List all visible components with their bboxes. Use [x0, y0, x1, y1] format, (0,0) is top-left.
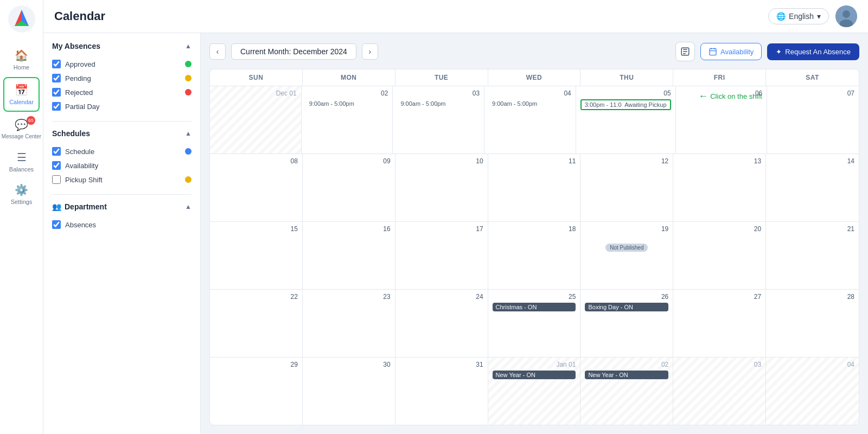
balances-icon: ☰ — [17, 151, 27, 164]
rejected-dot — [185, 89, 192, 95]
partial-day-checkbox[interactable] — [52, 102, 61, 111]
day-dec23[interactable]: 23 — [303, 290, 395, 357]
day-dec28[interactable]: 28 — [766, 290, 859, 357]
day-dec29[interactable]: 29 — [210, 358, 303, 425]
day-header-thu: THU — [580, 69, 673, 86]
day-dec12[interactable]: 12 — [580, 154, 673, 221]
day-dec04[interactable]: 04 9:00am - 5:00pm — [484, 86, 576, 154]
day-dec11[interactable]: 11 — [488, 154, 581, 221]
day-dec05[interactable]: 05 3:00pm - 11:0 Awaiting Pickup ← Click… — [576, 86, 676, 154]
day-num: 04 — [489, 90, 571, 97]
day-dec02[interactable]: 02 9:00am - 5:00pm — [302, 86, 393, 154]
prev-month-button[interactable]: ‹ — [209, 43, 226, 60]
shift-event[interactable]: 9:00am - 5:00pm — [397, 99, 480, 108]
day-dec31[interactable]: 31 — [395, 358, 488, 425]
dept-absences-checkbox[interactable] — [52, 220, 61, 229]
rejected-checkbox[interactable] — [52, 88, 61, 97]
schedules-list: Schedule Availability Pickup Shift — [52, 144, 192, 187]
day-dec19[interactable]: 19 Not Published — [580, 222, 673, 289]
new-year-jan01-event: New Year - ON — [493, 371, 576, 379]
plus-icon: ✦ — [776, 48, 782, 56]
sidebar-item-settings[interactable]: ⚙️ Settings — [0, 178, 43, 210]
sidebar-item-calendar[interactable]: 📅 Calendar — [3, 77, 40, 112]
svg-rect-8 — [710, 49, 716, 55]
sidebar-item-home[interactable]: 🏠 Home — [0, 43, 43, 76]
home-icon: 🏠 — [15, 49, 28, 62]
department-header: 👥 Department ▲ — [52, 202, 192, 211]
department-toggle[interactable]: ▲ — [185, 203, 192, 210]
request-absence-button[interactable]: ✦ Request An Absence — [767, 43, 859, 60]
sidebar-item-label: Home — [14, 64, 29, 71]
calendar-actions: Availability ✦ Request An Absence — [675, 42, 859, 61]
availability-label: Availability — [720, 48, 754, 56]
schedule-checkbox[interactable] — [52, 147, 61, 156]
day-num: Dec 01 — [214, 90, 297, 97]
my-absences-title: My Absences — [52, 42, 100, 50]
day-num: 07 — [771, 90, 854, 97]
language-selector[interactable]: 🌐 English ▾ — [768, 8, 829, 24]
language-label: English — [789, 12, 814, 21]
day-jan03[interactable]: 03 — [673, 358, 766, 425]
next-month-button[interactable]: › — [362, 43, 378, 60]
filter-pending: Pending — [52, 71, 192, 85]
availability-button[interactable]: Availability — [700, 43, 762, 60]
department-title: 👥 Department — [52, 202, 107, 211]
logo — [8, 5, 35, 43]
current-month-button[interactable]: Current Month: December 2024 — [231, 43, 356, 60]
day-dec30[interactable]: 30 — [303, 358, 395, 425]
schedules-header: Schedules ▲ — [52, 129, 192, 138]
pending-checkbox[interactable] — [52, 74, 61, 82]
filter-rejected: Rejected — [52, 85, 192, 99]
day-dec13[interactable]: 13 — [673, 154, 766, 221]
approved-dot — [185, 61, 192, 67]
christmas-holiday-event: Christmas - ON — [493, 303, 576, 311]
day-dec16[interactable]: 16 — [303, 222, 395, 289]
day-dec18[interactable]: 18 — [488, 222, 581, 289]
user-avatar[interactable] — [835, 5, 857, 27]
day-dec17[interactable]: 17 — [395, 222, 488, 289]
schedules-toggle[interactable]: ▲ — [185, 130, 192, 137]
pickup-shift-checkbox[interactable] — [52, 175, 61, 184]
day-dec26[interactable]: 26 Boxing Day - ON — [580, 290, 673, 357]
day-dec24[interactable]: 24 — [395, 290, 488, 357]
my-absences-toggle[interactable]: ▲ — [185, 42, 192, 50]
calendar-icon: 📅 — [15, 84, 28, 97]
sidebar-item-label: Message Center — [2, 133, 41, 140]
day-dec15[interactable]: 15 — [210, 222, 303, 289]
day-dec03[interactable]: 03 9:00am - 5:00pm — [393, 86, 484, 154]
filter-partial-day: Partial Day — [52, 99, 192, 113]
day-num: 02 — [306, 90, 388, 97]
day-dec06[interactable]: 06 — [676, 86, 768, 154]
day-dec08[interactable]: 08 — [210, 154, 303, 221]
week-row-1: Dec 01 02 9:00am - 5:00pm 03 9:00am - 5:… — [210, 86, 859, 154]
sidebar-item-messages[interactable]: 65 💬 Message Center — [0, 113, 43, 145]
awaiting-pickup-event[interactable]: 3:00pm - 11:0 Awaiting Pickup — [580, 99, 671, 110]
availability-checkbox[interactable] — [52, 161, 61, 170]
sidebar-item-label: Balances — [9, 166, 34, 173]
export-button[interactable] — [675, 42, 695, 61]
day-dec22[interactable]: 22 — [210, 290, 303, 357]
day-dec14[interactable]: 14 — [766, 154, 859, 221]
day-jan01[interactable]: Jan 01 New Year - ON — [488, 358, 581, 425]
day-dec01[interactable]: Dec 01 — [210, 86, 302, 154]
day-dec09[interactable]: 09 — [303, 154, 395, 221]
shift-event[interactable]: 9:00am - 5:00pm — [489, 99, 571, 108]
shift-event[interactable]: 9:00am - 5:00pm — [306, 99, 388, 108]
day-jan02[interactable]: 02 New Year - ON — [580, 358, 673, 425]
day-dec27[interactable]: 27 — [673, 290, 766, 357]
schedule-label: Schedule — [65, 148, 94, 156]
day-header-sun: SUN — [210, 69, 303, 86]
day-dec20[interactable]: 20 — [673, 222, 766, 289]
divider-2 — [52, 194, 192, 195]
day-dec10[interactable]: 10 — [395, 154, 488, 221]
sidebar-item-balances[interactable]: ☰ Balances — [0, 145, 43, 178]
day-dec21[interactable]: 21 — [766, 222, 859, 289]
settings-icon: ⚙️ — [15, 183, 28, 196]
approved-checkbox[interactable] — [52, 60, 61, 68]
day-dec25[interactable]: 25 Christmas - ON — [488, 290, 581, 357]
day-jan04[interactable]: 04 — [766, 358, 859, 425]
department-list: Absences — [52, 218, 192, 232]
day-dec07[interactable]: 07 — [767, 86, 859, 154]
content-area: My Absences ▲ Approved Pending Rejected — [43, 33, 868, 434]
filter-schedule: Schedule — [52, 144, 192, 158]
